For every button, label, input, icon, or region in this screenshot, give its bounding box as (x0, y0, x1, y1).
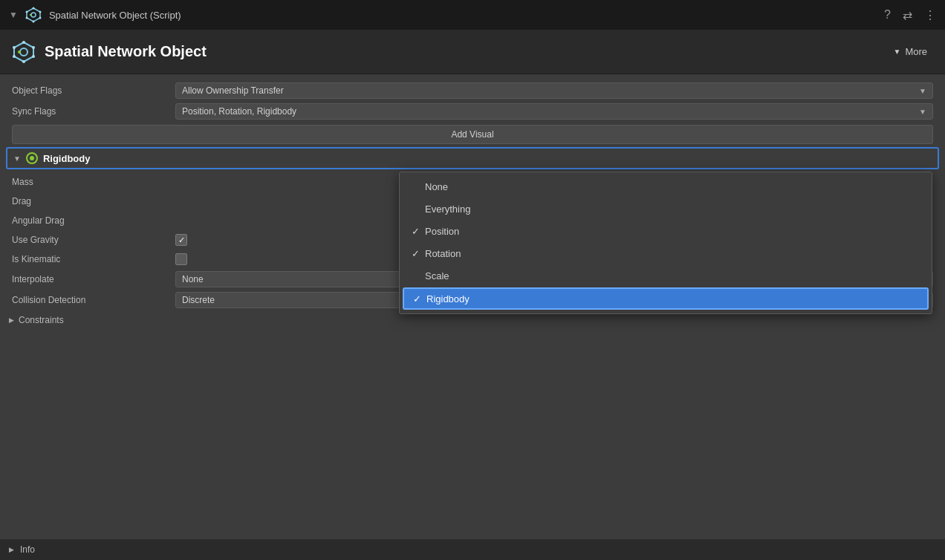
more-button[interactable]: ▼ More (887, 43, 933, 60)
status-bar: ▶ Info (0, 539, 945, 560)
angular-drag-label: Angular Drag (12, 215, 175, 226)
sync-flags-dropdown-popup: None Everything ✓ Position ✓ Rotation Sc… (399, 172, 932, 314)
sync-flags-dropdown[interactable]: Position, Rotation, Rigidbody ▼ (175, 103, 933, 120)
constraints-chevron-icon: ▶ (9, 316, 14, 324)
component-large-icon (12, 40, 36, 64)
svg-point-1 (31, 13, 36, 17)
interpolate-label: Interpolate (12, 274, 175, 284)
dropdown-item-rotation[interactable]: ✓ Rotation (400, 242, 932, 264)
svg-point-3 (39, 11, 41, 13)
object-flags-row: Object Flags Allow Ownership Transfer ▼ (0, 80, 945, 101)
object-flags-arrow: ▼ (919, 87, 926, 95)
svg-point-7 (25, 11, 27, 13)
rigidbody-check: ✓ (413, 293, 426, 305)
collision-detection-text: Discrete (182, 295, 215, 305)
add-visual-button[interactable]: Add Visual (12, 125, 933, 144)
dropdown-item-position[interactable]: ✓ Position (400, 220, 932, 242)
svg-marker-0 (27, 8, 40, 22)
rotation-text: Rotation (425, 248, 920, 259)
component-title: Spatial Network Object (45, 43, 887, 60)
is-kinematic-checkbox[interactable] (175, 253, 187, 265)
component-header: Spatial Network Object ▼ More (0, 30, 945, 74)
svg-point-11 (22, 41, 25, 44)
use-gravity-checkbox[interactable] (175, 234, 187, 246)
dropdown-item-rigidbody[interactable]: ✓ Rigidbody (403, 287, 929, 310)
svg-point-14 (22, 60, 25, 63)
more-icon[interactable]: ⋮ (924, 8, 936, 22)
rotation-check: ✓ (412, 248, 425, 259)
svg-point-6 (25, 17, 27, 19)
dropdown-item-scale[interactable]: Scale (400, 264, 932, 287)
everything-check (412, 204, 425, 215)
svg-point-4 (39, 17, 41, 19)
rigidbody-section-header[interactable]: ▼ Rigidbody (6, 147, 939, 169)
object-flags-value[interactable]: Allow Ownership Transfer ▼ (175, 82, 933, 99)
settings-icon[interactable]: ⇄ (903, 8, 912, 22)
position-check: ✓ (412, 226, 425, 237)
more-chevron-icon: ▼ (893, 48, 900, 56)
rigidbody-icon (25, 152, 39, 165)
title-bar-actions: ? ⇄ ⋮ (884, 8, 936, 22)
object-flags-label: Object Flags (12, 85, 175, 96)
rigidbody-text: Rigidbody (426, 293, 918, 305)
interpolate-text: None (182, 274, 204, 284)
svg-point-19 (30, 156, 34, 160)
help-icon[interactable]: ? (884, 8, 891, 22)
dropdown-item-everything[interactable]: Everything (400, 198, 932, 220)
none-check (412, 181, 425, 192)
sync-flags-arrow: ▼ (919, 108, 926, 116)
svg-point-15 (13, 55, 16, 58)
scale-check (412, 270, 425, 281)
everything-text: Everything (425, 204, 920, 215)
svg-point-13 (32, 55, 35, 58)
svg-point-2 (32, 7, 34, 10)
rigidbody-chevron-icon: ▼ (13, 154, 21, 163)
use-gravity-label: Use Gravity (12, 235, 175, 245)
more-label: More (905, 46, 927, 57)
svg-point-12 (32, 46, 35, 49)
none-text: None (425, 181, 920, 192)
mass-label: Mass (12, 177, 175, 187)
info-section[interactable]: ▶ Info (9, 544, 35, 555)
svg-point-16 (13, 46, 16, 49)
rigidbody-section-title: Rigidbody (43, 153, 91, 164)
svg-point-10 (20, 48, 27, 56)
object-flags-text: Allow Ownership Transfer (182, 85, 284, 96)
info-label: Info (20, 544, 35, 555)
scale-text: Scale (425, 270, 920, 281)
svg-marker-9 (14, 42, 33, 62)
object-flags-dropdown[interactable]: Allow Ownership Transfer ▼ (175, 82, 933, 99)
svg-point-17 (18, 51, 21, 53)
info-chevron-icon: ▶ (9, 546, 14, 553)
title-bar-chevron: ▼ (9, 10, 18, 20)
svg-point-5 (32, 21, 34, 23)
sync-flags-text: Position, Rotation, Rigidbody (182, 106, 296, 117)
collision-detection-label: Collision Detection (12, 295, 175, 305)
svg-point-8 (30, 14, 31, 16)
constraints-label: Constraints (19, 315, 64, 325)
sync-flags-label: Sync Flags (12, 106, 175, 117)
sync-flags-value[interactable]: Position, Rotation, Rigidbody ▼ (175, 103, 933, 120)
position-text: Position (425, 226, 920, 237)
sync-flags-row: Sync Flags Position, Rotation, Rigidbody… (0, 101, 945, 122)
title-bar-title: Spatial Network Object (Script) (49, 10, 877, 21)
spatial-network-icon (25, 7, 42, 23)
is-kinematic-label: Is Kinematic (12, 254, 175, 264)
drag-label: Drag (12, 196, 175, 206)
title-bar: ▼ Spatial Network Object (Script) ? ⇄ ⋮ (0, 0, 945, 30)
dropdown-item-none[interactable]: None (400, 175, 932, 198)
